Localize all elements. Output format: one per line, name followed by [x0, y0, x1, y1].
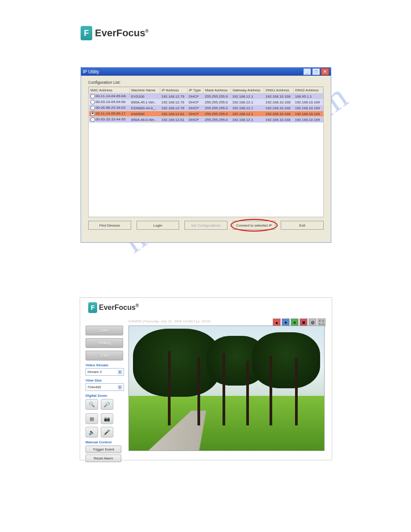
column-header[interactable]: Gateway Address: [231, 87, 264, 94]
column-header[interactable]: Mask Address: [204, 87, 231, 94]
login-button[interactable]: Login: [137, 221, 180, 230]
table-cell: DHCP: [187, 111, 203, 117]
column-header[interactable]: Machine Name: [130, 87, 160, 94]
manual-control-label: Manual Control: [86, 440, 123, 444]
device-table[interactable]: MAC AddressMachine NameIP AddressIP Type…: [88, 86, 324, 217]
tree-trunk-icon: [168, 351, 171, 426]
view-size-value: 704x480: [87, 385, 101, 389]
table-cell: 192.168.10.168: [264, 111, 294, 117]
logo-text: EverFocus®: [99, 303, 139, 312]
grid-view-button[interactable]: ▦: [86, 413, 98, 424]
tree-trunk-icon: [223, 353, 225, 425]
table-cell: DHCP: [187, 94, 203, 99]
table-cell: 192.168.12.1: [231, 99, 264, 105]
window-title: IP Utility: [83, 69, 302, 74]
video-preview[interactable]: [128, 326, 325, 451]
row-radio-icon[interactable]: [90, 100, 95, 104]
table-cell: 192.168.10.169: [294, 105, 323, 111]
find-devices-button[interactable]: Find Devices: [88, 221, 131, 230]
table-cell: 192.168.10.168: [264, 94, 294, 99]
exit-nav-button[interactable]: Exit: [86, 351, 123, 360]
configuration-list-label: Configuration List:: [88, 80, 331, 85]
video-stream-select[interactable]: Stream 2 ▾: [86, 368, 124, 376]
video-stream-value: Stream 2: [87, 370, 102, 374]
table-cell: 00-03-14-04-04-06: [89, 99, 130, 105]
tree-trunk-icon: [270, 356, 272, 426]
camera-button[interactable]: 📷: [101, 413, 113, 424]
table-cell: DHCP: [187, 99, 203, 105]
set-configurations-button: Set Configurations: [184, 221, 227, 230]
reset-alarm-button[interactable]: Reset Alarm: [86, 455, 121, 462]
table-cell: 255.255.255.0: [204, 111, 231, 117]
audio-button[interactable]: 🔈: [86, 427, 98, 438]
table-cell: 168.95.1.1: [294, 94, 323, 99]
zoom-in-button[interactable]: 🔍: [86, 399, 98, 410]
table-cell: 00-11-14-05-89-17: [89, 111, 130, 117]
zoom-out-button[interactable]: 🔎: [101, 399, 113, 410]
chevron-down-icon: ▾: [118, 385, 122, 390]
live-button[interactable]: Live: [86, 326, 123, 335]
table-row[interactable]: 00-26-98-23-34-03EDN800-44.8_..192.168.1…: [89, 105, 323, 111]
chevron-down-icon: ▾: [118, 370, 122, 374]
setting-button[interactable]: Setting: [86, 338, 123, 348]
controls-sidebar: Video Stream Stream 2 ▾ View Size 704x48…: [86, 360, 123, 462]
table-cell: 192.168.10.168: [264, 105, 294, 111]
table-cell: EDN800-44.8_..: [130, 105, 160, 111]
table-cell: DHCP: [187, 117, 203, 123]
table-cell: EAN900: [130, 111, 160, 117]
web-interface-window: F EverFocus® EAN900 [Thursday, July 10, …: [80, 297, 332, 460]
table-cell: 00-26-98-23-34-03: [89, 105, 130, 111]
titlebar[interactable]: IP Utility _ □ ✕: [81, 68, 331, 76]
mic-button[interactable]: 🎤: [101, 427, 113, 438]
table-cell: 192.168.12.76: [160, 99, 187, 105]
table-row[interactable]: 00-03-14-04-04-06850A-45.1-Wn..192.168.1…: [89, 99, 323, 105]
connect-to-selected-ip-button[interactable]: Connect to selected IP: [233, 221, 276, 230]
table-cell: 192.168.10.169: [294, 111, 323, 117]
table-cell: 850A-46.0-Wn..: [130, 117, 160, 123]
column-header[interactable]: DNS1 Address: [264, 87, 294, 94]
table-cell: EVS100: [130, 94, 160, 99]
brand-logo: F EverFocus®: [81, 26, 149, 40]
table-row[interactable]: 00-11-14-05-89-17EAN900192.168.12.61DHCP…: [89, 111, 323, 117]
table-row[interactable]: 00-93-33-33-44-55850A-46.0-Wn..192.168.1…: [89, 117, 323, 123]
row-radio-icon[interactable]: [90, 112, 95, 116]
table-cell: 255.255.255.0: [204, 99, 231, 105]
column-header[interactable]: MAC Address: [89, 87, 130, 94]
minimize-icon[interactable]: _: [303, 68, 311, 75]
table-cell: 192.168.10.169: [294, 99, 323, 105]
view-size-select[interactable]: 704x480 ▾: [86, 383, 124, 391]
logo-text: EverFocus®: [95, 27, 149, 39]
table-cell: 255.255.255.0: [204, 105, 231, 111]
table-cell: 255.255.255.0: [204, 117, 231, 123]
close-icon[interactable]: ✕: [321, 68, 329, 75]
table-cell: 192.168.10.168: [264, 99, 294, 105]
foliage-icon: [252, 332, 321, 388]
logo-mark-icon: F: [81, 26, 92, 40]
table-cell: 192.168.12.61: [160, 117, 187, 123]
column-header[interactable]: DNS2 Address: [294, 87, 323, 94]
maximize-icon[interactable]: □: [312, 68, 320, 75]
ip-utility-window: IP Utility _ □ ✕ Configuration List: MAC…: [81, 67, 331, 243]
row-radio-icon[interactable]: [90, 106, 95, 110]
column-header[interactable]: IP Address: [160, 87, 187, 94]
exit-button[interactable]: Exit: [281, 221, 324, 230]
table-cell: 255.255.255.0: [204, 94, 231, 99]
column-header[interactable]: IP Type: [187, 87, 203, 94]
view-size-label: View Size: [86, 378, 123, 382]
table-cell: 192.168.12.1: [231, 111, 264, 117]
trigger-event-button[interactable]: Trigger Event: [86, 446, 121, 453]
table-cell: 192.168.12.1: [231, 94, 264, 99]
table-row[interactable]: 00-11-14-04-89-0AEVS100192.168.12.79DHCP…: [89, 94, 323, 99]
table-cell: 00-11-14-04-89-0A: [89, 94, 130, 99]
nav-sidebar: Live Setting Exit: [86, 326, 123, 363]
row-radio-icon[interactable]: [90, 117, 95, 122]
logo-mark-icon: F: [88, 302, 97, 313]
tree-trunk-icon: [246, 361, 249, 426]
tree-trunk-icon: [197, 357, 200, 426]
table-cell: 192.168.12.79: [160, 94, 187, 99]
table-cell: DHCP: [187, 105, 203, 111]
button-row: Find Devices Login Set Configurations Co…: [88, 221, 324, 230]
row-radio-icon[interactable]: [90, 94, 95, 99]
tree-trunk-icon: [295, 358, 298, 425]
table-cell: 192.168.12.1: [231, 117, 264, 123]
